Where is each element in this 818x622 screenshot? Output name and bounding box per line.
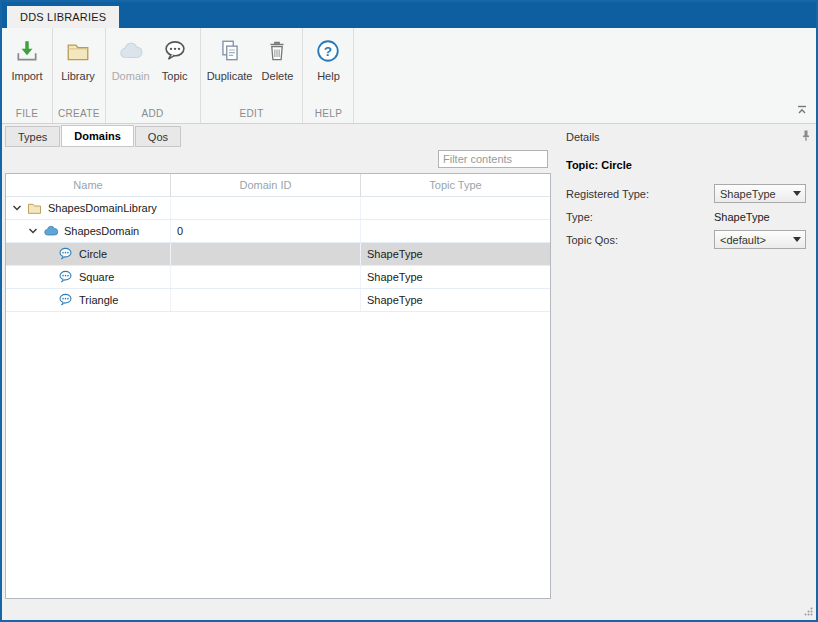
help-button-label: Help	[317, 68, 340, 82]
row-label: Square	[79, 271, 114, 283]
domain-button-label: Domain	[112, 68, 150, 82]
topic-icon	[56, 245, 75, 263]
ribbon-section-create: CREATE	[56, 106, 102, 123]
ribbon-group-file: Import FILE	[2, 28, 53, 123]
domain-id-cell	[171, 243, 361, 265]
row-label: Circle	[79, 248, 107, 260]
duplicate-button[interactable]: Duplicate	[204, 28, 256, 82]
import-button[interactable]: Import	[5, 28, 49, 82]
details-header-label: Details	[566, 131, 600, 143]
chevron-down-icon[interactable]	[10, 202, 23, 215]
table-row-square[interactable]: Square ShapeType	[6, 266, 550, 289]
table-row-triangle[interactable]: Triangle ShapeType	[6, 289, 550, 312]
registered-type-label: Registered Type:	[566, 188, 714, 200]
registered-type-dropdown[interactable]: ShapeType	[714, 184, 806, 203]
chevron-down-icon[interactable]	[26, 225, 39, 238]
row-label: ShapesDomain	[64, 225, 139, 237]
content-area: Types Domains Qos Name Domain ID Topic T…	[2, 124, 816, 620]
help-icon: ?	[315, 34, 341, 68]
domain-cloud-icon	[118, 34, 144, 68]
import-icon	[14, 34, 40, 68]
column-header-topic-type[interactable]: Topic Type	[361, 174, 550, 196]
table-row-shapesdomainlibrary[interactable]: ShapesDomainLibrary	[6, 197, 550, 220]
ribbon-group-help: ? Help HELP	[303, 28, 354, 123]
filter-input[interactable]	[438, 150, 548, 168]
domain-id-cell	[171, 266, 361, 288]
library-icon	[65, 34, 91, 68]
table-row-shapesdomain[interactable]: ShapesDomain 0	[6, 220, 550, 243]
filter-row	[2, 147, 554, 173]
topic-icon	[162, 34, 188, 68]
topic-icon	[56, 291, 75, 309]
import-button-label: Import	[11, 68, 42, 82]
tab-types[interactable]: Types	[5, 126, 60, 147]
table-header: Name Domain ID Topic Type	[6, 174, 550, 197]
ribbon-section-edit: EDIT	[204, 106, 300, 123]
tab-domains[interactable]: Domains	[61, 125, 133, 147]
topic-type-cell: ShapeType	[361, 266, 550, 288]
duplicate-icon	[217, 34, 243, 68]
topic-button[interactable]: Topic	[153, 28, 197, 82]
duplicate-button-label: Duplicate	[207, 68, 253, 82]
chevron-down-icon	[793, 191, 801, 196]
library-browser-panel: Types Domains Qos Name Domain ID Topic T…	[2, 124, 554, 620]
title-tab-dds-libraries[interactable]: DDS LIBRARIES	[7, 6, 119, 28]
domain-id-cell	[171, 197, 361, 219]
library-button[interactable]: Library	[56, 28, 100, 82]
topic-button-label: Topic	[162, 68, 188, 82]
row-label: Triangle	[79, 294, 118, 306]
view-tabstrip: Types Domains Qos	[2, 124, 554, 147]
svg-text:?: ?	[324, 44, 332, 59]
column-header-name[interactable]: Name	[6, 174, 171, 196]
topic-icon	[56, 268, 75, 286]
topic-qos-value: <default>	[720, 234, 766, 246]
topic-type-cell	[361, 220, 550, 242]
ribbon-section-add: ADD	[109, 106, 197, 123]
ribbon-toolbar: Import FILE Library CREATE	[2, 28, 816, 124]
collapse-ribbon-icon[interactable]	[794, 103, 810, 117]
topic-type-cell: ShapeType	[361, 243, 550, 265]
title-bar: DDS LIBRARIES	[2, 2, 816, 28]
library-button-label: Library	[61, 68, 95, 82]
ribbon-group-edit: Duplicate Delete EDIT	[201, 28, 304, 123]
chevron-down-icon	[793, 237, 801, 242]
table-row-circle[interactable]: Circle ShapeType	[6, 243, 550, 266]
ribbon-section-file: FILE	[5, 106, 49, 123]
delete-button[interactable]: Delete	[255, 28, 299, 82]
column-header-domain-id[interactable]: Domain ID	[171, 174, 361, 196]
ribbon-group-create: Library CREATE	[53, 28, 106, 123]
domains-table: Name Domain ID Topic Type	[5, 173, 551, 599]
ribbon-section-help: HELP	[306, 106, 350, 123]
type-label: Type:	[566, 211, 714, 223]
topic-type-cell: ShapeType	[361, 289, 550, 311]
dds-libraries-window: DDS LIBRARIES Import FILE	[0, 0, 818, 622]
topic-qos-dropdown[interactable]: <default>	[714, 230, 806, 249]
pin-icon[interactable]	[800, 129, 812, 144]
library-folder-icon	[25, 199, 44, 217]
domain-id-cell: 0	[171, 220, 361, 242]
resize-grip[interactable]	[804, 606, 813, 618]
delete-icon	[264, 34, 290, 68]
delete-button-label: Delete	[262, 68, 294, 82]
details-title: Topic: Circle	[566, 159, 812, 171]
registered-type-value: ShapeType	[720, 188, 776, 200]
help-button[interactable]: ? Help	[306, 28, 350, 82]
domain-id-cell	[171, 289, 361, 311]
topic-type-cell	[361, 197, 550, 219]
domain-button: Domain	[109, 28, 153, 82]
ribbon-group-add: Domain Topic ADD	[106, 28, 201, 123]
domain-cloud-icon	[41, 222, 60, 240]
tab-qos[interactable]: Qos	[135, 126, 181, 147]
topic-qos-label: Topic Qos:	[566, 234, 714, 246]
type-value: ShapeType	[714, 211, 812, 223]
row-label: ShapesDomainLibrary	[48, 202, 157, 214]
details-pane: Details Topic: Circle Registered Type: S…	[566, 124, 812, 620]
